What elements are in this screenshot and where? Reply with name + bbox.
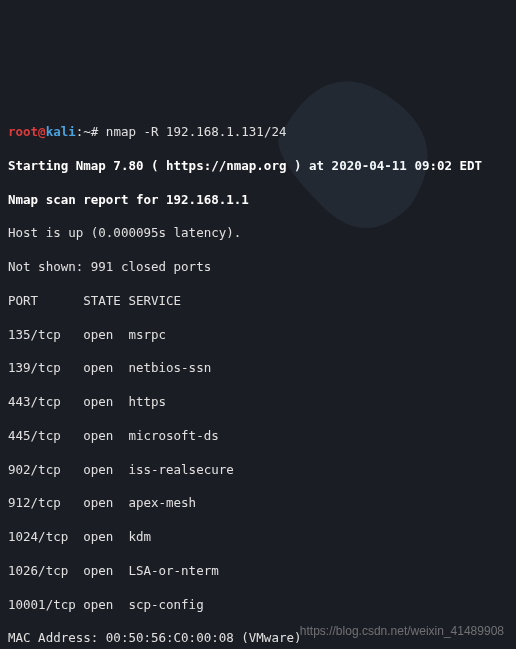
terminal-output: root@kali:~# nmap -R 192.168.1.131/24 St…: [8, 107, 508, 649]
port-row: 445/tcp open microsoft-ds: [8, 428, 508, 445]
port-row: 912/tcp open apex-mesh: [8, 495, 508, 512]
host-up-0: Host is up (0.000095s latency).: [8, 225, 508, 242]
not-shown-0: Not shown: 991 closed ports: [8, 259, 508, 276]
port-row: 135/tcp open msrpc: [8, 327, 508, 344]
prompt-path: :~#: [76, 124, 99, 139]
watermark: https://blog.csdn.net/weixin_41489908: [300, 623, 504, 639]
port-header-0: PORT STATE SERVICE: [8, 293, 508, 310]
scan-report-0: Nmap scan report for 192.168.1.1: [8, 192, 508, 209]
prompt-line[interactable]: root@kali:~# nmap -R 192.168.1.131/24: [8, 124, 508, 141]
prompt-host: kali: [46, 124, 76, 139]
port-row: 10001/tcp open scp-config: [8, 597, 508, 614]
port-row: 1026/tcp open LSA-or-nterm: [8, 563, 508, 580]
nmap-start: Starting Nmap 7.80 ( https://nmap.org ) …: [8, 158, 508, 175]
port-row: 902/tcp open iss-realsecure: [8, 462, 508, 479]
command-input[interactable]: nmap -R 192.168.1.131/24: [106, 124, 287, 139]
prompt-at: @: [38, 124, 46, 139]
prompt-user: root: [8, 124, 38, 139]
port-row: 1024/tcp open kdm: [8, 529, 508, 546]
port-row: 139/tcp open netbios-ssn: [8, 360, 508, 377]
port-row: 443/tcp open https: [8, 394, 508, 411]
